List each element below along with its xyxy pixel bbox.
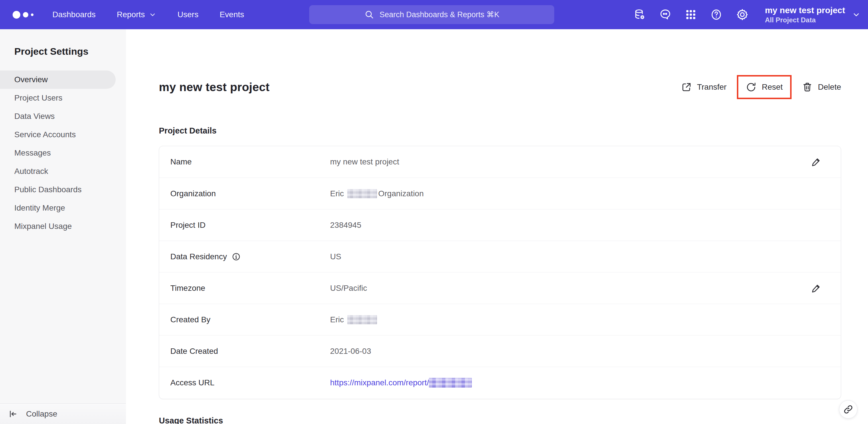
reset-label: Reset bbox=[762, 83, 783, 92]
transfer-icon bbox=[681, 82, 692, 92]
link-icon bbox=[843, 404, 853, 414]
creator-name-prefix: Eric bbox=[330, 315, 344, 324]
transfer-label: Transfer bbox=[697, 83, 726, 92]
nav-item-reports[interactable]: Reports bbox=[117, 10, 156, 19]
org-name-suffix: Organization bbox=[378, 189, 424, 198]
row-value: 2021-06-03 bbox=[330, 347, 371, 356]
redacted-text bbox=[347, 189, 377, 198]
feedback-chat-icon[interactable] bbox=[659, 8, 672, 21]
access-url-link[interactable]: https://mixpanel.com/report/ bbox=[330, 378, 472, 388]
collapse-icon bbox=[8, 409, 18, 419]
row-value: US bbox=[330, 252, 341, 261]
help-icon[interactable] bbox=[710, 8, 722, 21]
trash-icon bbox=[802, 82, 813, 92]
detail-row-timezone: Timezone US/Pacific bbox=[159, 272, 841, 304]
row-label: Name bbox=[170, 157, 330, 166]
top-nav: Dashboards Reports Users Events Search D… bbox=[0, 0, 868, 29]
nav-item-label: Users bbox=[178, 10, 198, 19]
sidebar-item-messages[interactable]: Messages bbox=[0, 144, 126, 162]
project-details-card: Name my new test project Organization Er… bbox=[159, 146, 841, 399]
project-switcher[interactable]: my new test project All Project Data bbox=[765, 5, 861, 24]
apps-grid-icon[interactable] bbox=[685, 8, 697, 21]
section-title-project-details: Project Details bbox=[159, 126, 216, 136]
search-input[interactable]: Search Dashboards & Reports ⌘K bbox=[309, 5, 554, 24]
settings-sidebar: Project Settings Overview Project Users … bbox=[0, 29, 126, 424]
detail-row-project-id: Project ID 2384945 bbox=[159, 209, 841, 241]
project-switcher-name: my new test project bbox=[765, 5, 845, 16]
primary-nav: Dashboards Reports Users Events bbox=[52, 10, 244, 19]
sidebar-title: Project Settings bbox=[0, 29, 126, 57]
row-label: Organization bbox=[170, 189, 330, 198]
section-title-usage-statistics: Usage Statistics bbox=[159, 416, 223, 424]
nav-item-label: Events bbox=[220, 10, 244, 19]
redacted-text bbox=[347, 315, 377, 324]
search-icon bbox=[364, 9, 374, 20]
chevron-down-icon bbox=[852, 10, 861, 19]
delete-label: Delete bbox=[818, 83, 841, 92]
row-value: US/Pacific bbox=[330, 284, 367, 293]
transfer-button[interactable]: Transfer bbox=[681, 82, 726, 92]
data-management-icon[interactable] bbox=[633, 8, 646, 21]
detail-row-access-url: Access URL https://mixpanel.com/report/ bbox=[159, 367, 841, 398]
search-placeholder: Search Dashboards & Reports ⌘K bbox=[380, 10, 500, 19]
sidebar-item-data-views[interactable]: Data Views bbox=[0, 107, 126, 125]
sidebar-item-mixpanel-usage[interactable]: Mixpanel Usage bbox=[0, 217, 126, 235]
nav-item-dashboards[interactable]: Dashboards bbox=[52, 10, 96, 19]
row-label: Data Residency bbox=[170, 252, 330, 261]
row-value: Eric bbox=[330, 315, 378, 324]
nav-item-label: Dashboards bbox=[52, 10, 96, 19]
org-name-prefix: Eric bbox=[330, 189, 344, 198]
sidebar-item-project-users[interactable]: Project Users bbox=[0, 89, 126, 107]
project-actions: Transfer Reset Delete bbox=[681, 75, 841, 99]
mixpanel-logo-icon[interactable] bbox=[12, 11, 33, 19]
collapse-sidebar-button[interactable]: Collapse bbox=[0, 403, 126, 424]
row-label: Access URL bbox=[170, 378, 330, 387]
row-value: 2384945 bbox=[330, 221, 361, 230]
redacted-text bbox=[429, 378, 472, 388]
edit-pencil-icon[interactable] bbox=[810, 156, 822, 168]
nav-item-label: Reports bbox=[117, 10, 145, 19]
row-label: Project ID bbox=[170, 221, 330, 230]
sidebar-menu: Overview Project Users Data Views Servic… bbox=[0, 70, 126, 235]
row-label: Created By bbox=[170, 315, 330, 324]
collapse-label: Collapse bbox=[26, 409, 57, 419]
page-title: my new test project bbox=[159, 81, 270, 94]
row-label: Timezone bbox=[170, 284, 330, 293]
detail-row-name: Name my new test project bbox=[159, 146, 841, 178]
detail-row-created-by: Created By Eric bbox=[159, 304, 841, 335]
sidebar-item-service-accounts[interactable]: Service Accounts bbox=[0, 125, 126, 144]
reset-icon bbox=[746, 82, 757, 92]
row-label-text: Data Residency bbox=[170, 252, 227, 261]
sidebar-item-autotrack[interactable]: Autotrack bbox=[0, 162, 126, 180]
row-value: my new test project bbox=[330, 157, 399, 166]
project-switcher-scope: All Project Data bbox=[765, 16, 816, 24]
sidebar-item-identity-merge[interactable]: Identity Merge bbox=[0, 199, 126, 217]
settings-gear-icon[interactable] bbox=[736, 8, 749, 21]
access-url-text: https://mixpanel.com/report/ bbox=[330, 378, 429, 387]
delete-button[interactable]: Delete bbox=[802, 82, 841, 92]
nav-item-users[interactable]: Users bbox=[178, 10, 198, 19]
chevron-down-icon bbox=[149, 11, 156, 18]
row-label: Date Created bbox=[170, 347, 330, 356]
sidebar-item-overview[interactable]: Overview bbox=[0, 70, 116, 89]
row-value: Eric Organization bbox=[330, 189, 424, 198]
edit-pencil-icon[interactable] bbox=[810, 282, 822, 294]
sidebar-item-public-dashboards[interactable]: Public Dashboards bbox=[0, 180, 126, 199]
main-content: my new test project Transfer Reset bbox=[126, 29, 868, 424]
copy-link-button[interactable] bbox=[839, 400, 858, 419]
detail-row-data-residency: Data Residency US bbox=[159, 241, 841, 272]
title-row: my new test project Transfer Reset bbox=[159, 75, 841, 99]
detail-row-organization: Organization Eric Organization bbox=[159, 178, 841, 209]
nav-item-events[interactable]: Events bbox=[220, 10, 244, 19]
highlight-annotation-box: Reset bbox=[737, 75, 792, 99]
reset-button[interactable]: Reset bbox=[746, 82, 783, 92]
nav-right-cluster: my new test project All Project Data bbox=[633, 0, 861, 29]
row-value: https://mixpanel.com/report/ bbox=[330, 378, 472, 388]
detail-row-date-created: Date Created 2021-06-03 bbox=[159, 335, 841, 367]
info-icon[interactable] bbox=[231, 252, 241, 261]
